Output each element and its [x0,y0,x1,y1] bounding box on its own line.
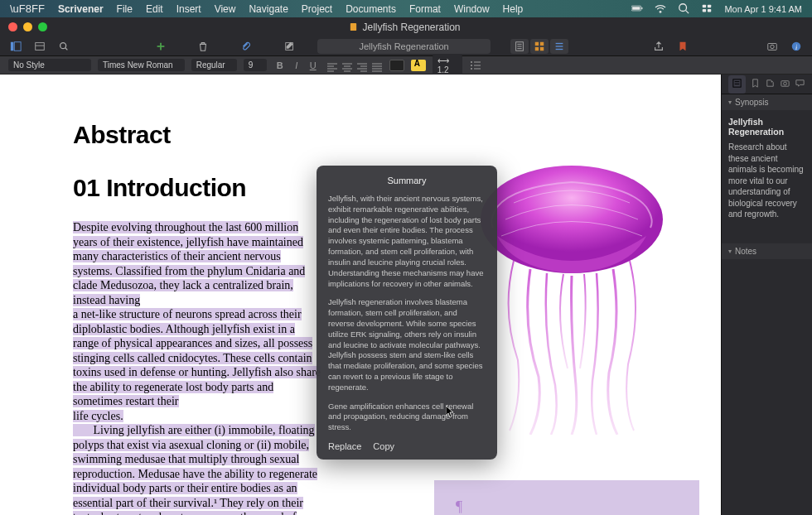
tab-comments[interactable] [795,77,805,92]
menu-project[interactable]: Project [302,3,332,15]
svg-rect-11 [14,41,21,51]
menu-navigate[interactable]: Navigate [249,3,288,15]
view-outline-button[interactable] [550,39,568,54]
control-center-icon[interactable] [701,2,713,16]
linespacing-select[interactable]: ⟷ 1.2 [433,55,462,76]
svg-point-50 [471,61,472,63]
tab-bookmarks[interactable] [750,77,761,92]
inspector-tabs [722,75,812,94]
menu-file[interactable]: File [117,3,133,15]
wifi-icon[interactable] [655,2,666,16]
main-toolbar: Jellyfish Regeneration i [0,36,812,56]
svg-text:i: i [795,43,797,51]
svg-rect-30 [768,43,777,50]
tab-metadata[interactable] [765,77,776,92]
align-left-button[interactable] [326,60,338,70]
menu-view[interactable]: View [215,3,236,15]
summary-popup: Summary Jellyfish, with their ancient ne… [317,166,497,460]
attach-button[interactable] [238,39,252,54]
search-icon[interactable] [678,2,689,16]
svg-rect-5 [703,4,706,7]
bold-button[interactable]: B [273,60,287,70]
italic-button[interactable]: I [290,60,303,70]
editor-pane[interactable]: Abstract 01 Introduction Despite evolvin… [0,75,721,515]
document-icon [349,22,358,31]
list-button[interactable] [469,60,482,71]
close-window-button[interactable] [8,22,17,31]
menu-format[interactable]: Format [409,3,441,15]
inspector-panel: Synopsis Jellyfish Regeneration Research… [721,75,812,515]
svg-point-14 [60,42,66,48]
heading-abstract: Abstract [73,121,648,149]
size-select[interactable]: 9 [244,59,267,71]
svg-line-4 [686,10,689,13]
header-bar[interactable]: Jellyfish Regeneration [317,39,491,54]
app-name[interactable]: Scrivener [58,3,104,15]
svg-point-31 [771,45,774,48]
text-color-button[interactable] [389,60,404,71]
collections-button[interactable] [32,39,46,54]
font-select[interactable]: Times New Roman [98,59,185,71]
inspector-toggle-button[interactable]: i [790,39,804,54]
svg-point-60 [771,80,772,81]
clock[interactable]: Mon Apr 1 9:41 AM [724,4,802,14]
svg-rect-24 [540,41,544,45]
notes-section-header[interactable]: Notes [722,243,812,259]
minimize-window-button[interactable] [23,22,32,31]
bookmark-button[interactable] [676,39,690,54]
style-select[interactable]: No Style [8,59,91,71]
apple-menu[interactable]: \uF8FF [10,2,45,15]
replace-button[interactable]: Replace [328,441,361,451]
inspector-doc-title: Jellyfish Regeneration [722,110,812,142]
svg-point-3 [679,3,687,11]
svg-rect-23 [535,41,539,45]
svg-point-52 [471,65,472,66]
svg-line-15 [65,47,68,50]
svg-rect-57 [733,79,741,86]
macos-menubar: \uF8FF Scrivener File Edit Insert View N… [0,0,812,17]
highlight-color-button[interactable]: A [411,60,426,71]
app-window: Jellyfish Regeneration Jellyfish Regener… [0,17,812,515]
compose-button[interactable] [283,39,297,54]
svg-rect-25 [535,46,539,50]
svg-rect-8 [708,8,711,12]
tab-snapshots[interactable] [780,77,790,92]
zoom-window-button[interactable] [38,22,47,31]
copy-button[interactable]: Copy [373,441,394,451]
view-corkboard-button[interactable] [530,39,549,54]
share-button[interactable] [652,39,666,54]
view-document-button[interactable] [510,39,529,54]
pilcrow-marker: ¶ [456,498,678,515]
window-title: Jellyfish Regeneration [47,22,762,33]
svg-rect-1 [633,7,640,10]
synopsis-text[interactable]: Research about these ancient animals is … [722,142,812,229]
svg-rect-12 [35,42,44,50]
synopsis-section-header[interactable]: Synopsis [722,94,812,110]
align-right-button[interactable] [356,60,368,70]
format-bar: No Style Times New Roman Regular 9 B I U… [0,56,812,75]
body-text[interactable]: Despite evolving throughout the last 600… [73,220,321,515]
svg-rect-6 [708,4,711,7]
cursor-icon [446,406,456,419]
align-center-button[interactable] [341,60,353,70]
binder-toggle-button[interactable] [8,39,22,54]
tab-notes[interactable] [728,75,746,94]
menu-insert[interactable]: Insert [176,3,201,15]
weight-select[interactable]: Regular [191,59,237,71]
trash-button[interactable] [196,39,210,54]
menu-help[interactable]: Help [503,3,524,15]
search-button[interactable] [56,39,70,54]
summary-body: Jellyfish, with their ancient nervous sy… [328,194,486,433]
svg-rect-7 [703,8,706,12]
align-justify-button[interactable] [371,60,383,70]
snapshot-button[interactable] [766,39,780,54]
menu-documents[interactable]: Documents [346,3,396,15]
pullquote-box: ¶ ¶ “Understanding the cellular mechanis… [434,480,699,515]
menu-edit[interactable]: Edit [146,3,163,15]
add-button[interactable] [154,39,168,54]
battery-icon[interactable] [631,2,643,16]
menu-window[interactable]: Window [454,3,490,15]
underline-button[interactable]: U [307,60,320,70]
svg-point-62 [783,82,786,85]
svg-rect-10 [10,41,13,51]
